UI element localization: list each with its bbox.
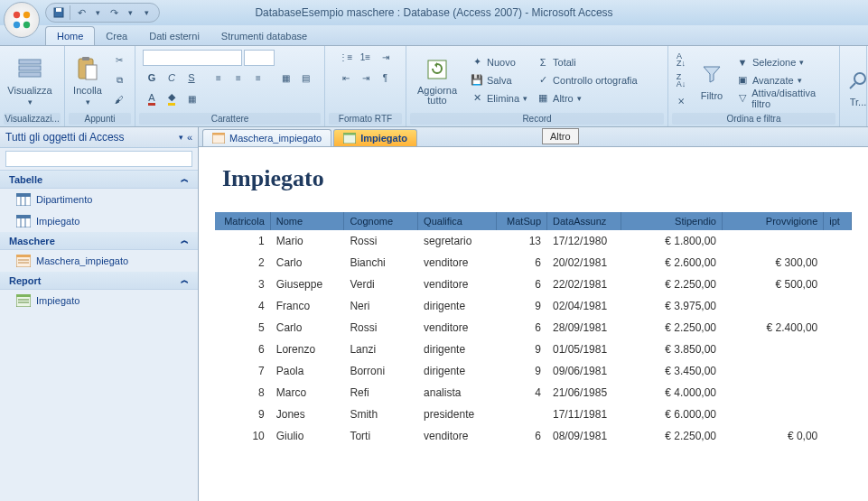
cell: € 2.600,00 [621, 252, 722, 274]
totali-button[interactable]: ΣTotali [534, 54, 640, 70]
selection-icon: ▼ [736, 56, 749, 69]
numbering-button[interactable]: 1≡ [357, 48, 375, 66]
ortografia-button[interactable]: ✓Controllo ortografia [534, 72, 640, 88]
table-row[interactable]: 1MarioRossisegretario1317/12/1980€ 1.800… [215, 230, 852, 252]
tab-home[interactable]: Home [45, 26, 95, 45]
tab-crea[interactable]: Crea [95, 27, 138, 45]
nav-item-impiegato-report[interactable]: Impiegato [0, 290, 198, 311]
cell: dirigente [418, 339, 497, 360]
search-input[interactable] [5, 151, 192, 167]
text-dir-button[interactable]: ¶ [377, 69, 395, 87]
table-row[interactable]: 5CarloRossivenditore628/09/1981€ 2.250,0… [215, 317, 852, 339]
nav-section-report[interactable]: Report ︽ [0, 272, 198, 290]
table-row[interactable]: 10GiulioTortivenditore608/09/1981€ 2.250… [215, 425, 852, 447]
nuovo-button[interactable]: ✦Nuovo [468, 54, 530, 70]
nav-item-dipartimento[interactable]: Dipartimento [0, 189, 198, 210]
font-color-button[interactable]: A [143, 89, 161, 107]
report-table: MatricolaNomeCognomeQualificaMatSupDataA… [215, 212, 852, 447]
save-icon[interactable] [51, 5, 66, 20]
group-carattere: G C S ≡ ≡ ≡ ▦ ▤ A ◆ ▦ Carattere [135, 46, 325, 126]
table-row[interactable]: 4FrancoNeridirigente902/04/1981€ 3.975,0… [215, 295, 852, 317]
office-button[interactable] [4, 2, 40, 38]
filtro-button[interactable]: Filtro [694, 51, 730, 110]
grid-color-button[interactable]: ▦ [182, 89, 201, 107]
aggiorna-tutto-button[interactable]: Aggiorna tutto [410, 51, 464, 110]
salva-button[interactable]: 💾Salva [468, 72, 530, 88]
redo-dropdown-icon[interactable]: ▾ [123, 5, 137, 20]
doc-tab-label: Maschera_impiegato [229, 133, 322, 144]
table-row[interactable]: 8MarcoRefianalista421/06/1985€ 4.000,00 [215, 382, 852, 404]
undo-dropdown-icon[interactable]: ▾ [90, 5, 105, 20]
svg-rect-5 [56, 8, 61, 12]
doc-tab-impiegato[interactable]: Impiegato [333, 129, 417, 146]
increase-indent-button[interactable]: ⇤ [337, 69, 355, 87]
more-icon: ▦ [537, 92, 549, 105]
clear-sort-button[interactable]: ⨯ [672, 92, 690, 110]
cell: 7 [215, 360, 270, 382]
visualizza-button[interactable]: Visualizza ▾ [4, 51, 56, 110]
report-body: Impiegato MatricolaNomeCognomeQualificaM… [199, 147, 868, 501]
table-row[interactable]: 9JonesSmithpresidente17/11/1981€ 6.000,0… [215, 404, 852, 425]
table-row[interactable]: 3GiuseppeVerdivenditore622/02/1981€ 2.25… [215, 274, 852, 295]
sort-desc-button[interactable]: ZA↓ [672, 71, 690, 89]
cell: € 2.250,00 [621, 425, 722, 447]
align-right-button[interactable]: ≡ [249, 69, 267, 87]
altro-button[interactable]: ▦Altro▾ [534, 90, 640, 107]
report-icon [16, 294, 31, 307]
nav-item-label: Impiegato [36, 216, 79, 227]
redo-icon[interactable]: ↷ [107, 5, 121, 20]
qat-customize-icon[interactable]: ▾ [139, 5, 154, 20]
underline-button[interactable]: S [182, 69, 201, 87]
svg-rect-7 [19, 66, 41, 70]
cut-icon[interactable]: ✂ [110, 51, 128, 70]
gridlines-button[interactable]: ▦ [276, 69, 294, 87]
elimina-button[interactable]: ✕Elimina▾ [468, 90, 530, 107]
group-formato-rtf: ⋮≡ 1≡ ⇥ ⇤ ⇥ ¶ Formato RTF [325, 46, 406, 126]
align-left-button[interactable]: ≡ [210, 69, 228, 87]
chevron-down-icon[interactable]: ▾ [179, 133, 183, 142]
decrease-indent-button[interactable]: ⇥ [357, 69, 375, 87]
avanzate-button[interactable]: ▣Avanzate▾ [733, 72, 835, 88]
nav-item-impiegato-table[interactable]: Impiegato [0, 210, 198, 232]
align-center-button[interactable]: ≡ [229, 69, 247, 87]
table-row[interactable]: 7PaolaBorronidirigente909/06/1981€ 3.450… [215, 360, 852, 382]
doc-tab-maschera-impiegato[interactable]: Maschera_impiegato [202, 129, 331, 146]
nav-item-maschera-impiegato[interactable]: Maschera_impiegato [0, 250, 198, 272]
trova-button[interactable]: Tr... [844, 57, 867, 116]
bold-button[interactable]: G [143, 69, 161, 87]
cell: 2 [215, 252, 270, 274]
alt-rows-button[interactable]: ▤ [296, 69, 314, 87]
selezione-button[interactable]: ▼Selezione▾ [733, 54, 835, 70]
cell [824, 404, 852, 425]
cell: € 2.400,00 [722, 317, 823, 339]
nav-section-maschere[interactable]: Maschere ︽ [0, 232, 198, 250]
attiva-filtro-button[interactable]: ▽Attiva/disattiva filtro [733, 90, 835, 107]
group-label-formatortf: Formato RTF [329, 113, 402, 125]
undo-icon[interactable]: ↶ [74, 5, 89, 20]
nav-section-title: Report [9, 275, 41, 286]
table-row[interactable]: 6LorenzoLanzidirigente901/05/1981€ 3.850… [215, 339, 852, 360]
svg-rect-6 [19, 60, 41, 64]
workspace: Tutti gli oggetti di Access ▾ « Tabelle … [0, 127, 868, 501]
collapse-pane-icon[interactable]: « [187, 132, 192, 143]
group-trova: Tr... [840, 46, 867, 126]
italic-button[interactable]: C [163, 69, 181, 87]
copy-icon[interactable]: ⧉ [110, 71, 128, 89]
incolla-button[interactable]: Incolla ▾ [69, 51, 107, 110]
cell [722, 382, 823, 404]
fill-color-button[interactable]: ◆ [163, 89, 181, 107]
delete-icon: ✕ [471, 92, 483, 105]
nav-header[interactable]: Tutti gli oggetti di Access ▾ « [0, 127, 198, 148]
group-record: Aggiorna tutto ✦Nuovo 💾Salva ✕Elimina▾ Σ… [406, 46, 668, 126]
table-row[interactable]: 2CarloBianchivenditore620/02/1981€ 2.600… [215, 252, 852, 274]
tab-dati-esterni[interactable]: Dati esterni [138, 27, 210, 45]
tab-strumenti-database[interactable]: Strumenti database [210, 27, 318, 45]
bullets-button[interactable]: ⋮≡ [337, 48, 355, 66]
font-size-combo[interactable] [244, 50, 275, 66]
sort-asc-button[interactable]: AZ↓ [672, 51, 690, 69]
format-painter-icon[interactable]: 🖌 [110, 91, 128, 109]
font-family-combo[interactable] [143, 50, 242, 66]
filter-icon [697, 60, 726, 88]
nav-section-tabelle[interactable]: Tabelle ︽ [0, 171, 198, 189]
indent-right-button[interactable]: ⇥ [377, 48, 395, 66]
